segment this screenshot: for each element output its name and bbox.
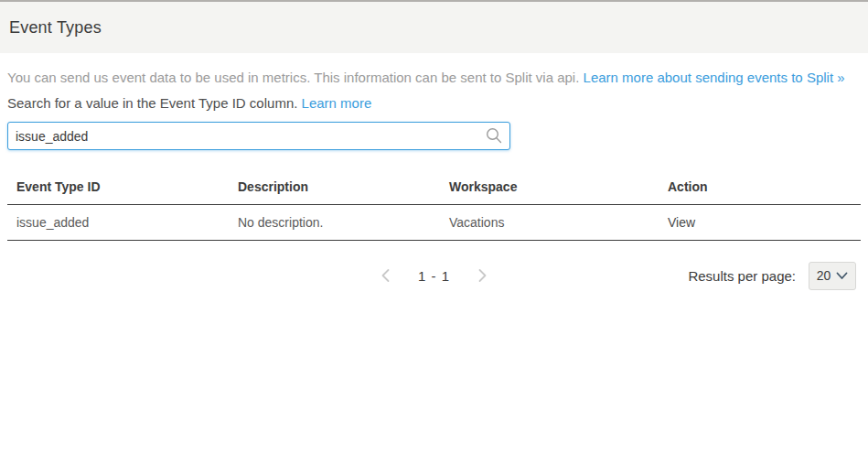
learn-more-sending-events-link[interactable]: Learn more about sending events to Split…: [584, 70, 845, 85]
search-input[interactable]: [7, 122, 510, 150]
table-footer: 1 - 1 Results per page: 20: [0, 260, 868, 291]
table-header-row: Event Type ID Description Workspace Acti…: [7, 169, 861, 205]
search-hint-body: Search for a value in the Event Type ID …: [7, 95, 297, 111]
intro-text-body: You can send us event data to be used in…: [7, 70, 579, 85]
pagination-range: 1 - 1: [418, 268, 450, 284]
cell-description: No description.: [229, 215, 440, 230]
search-box: [7, 122, 510, 150]
results-per-page: Results per page: 20: [688, 260, 856, 291]
column-header-workspace: Workspace: [440, 179, 659, 194]
results-per-page-label: Results per page:: [688, 268, 796, 284]
chevron-down-icon: [836, 272, 848, 280]
event-types-page: Event Types You can send us event data t…: [0, 0, 868, 454]
column-header-description: Description: [229, 179, 440, 194]
search-hint: Search for a value in the Event Type ID …: [7, 94, 861, 112]
chevron-left-icon[interactable]: [380, 268, 391, 283]
column-header-event-type-id: Event Type ID: [7, 179, 229, 194]
event-types-table: Event Type ID Description Workspace Acti…: [7, 169, 861, 241]
learn-more-link[interactable]: Learn more: [302, 95, 372, 111]
column-header-action: Action: [659, 179, 861, 194]
cell-event-type-id: issue_added: [7, 215, 229, 230]
page-title: Event Types: [9, 18, 102, 38]
results-per-page-select[interactable]: 20: [809, 262, 856, 290]
results-per-page-value: 20: [817, 268, 831, 283]
page-header: Event Types: [0, 2, 868, 53]
intro-text: You can send us event data to be used in…: [7, 69, 861, 86]
chevron-right-icon[interactable]: [477, 268, 488, 283]
table-row: issue_added No description. Vacations Vi…: [7, 205, 861, 241]
view-action-link[interactable]: View: [668, 215, 695, 230]
cell-workspace: Vacations: [440, 215, 659, 230]
